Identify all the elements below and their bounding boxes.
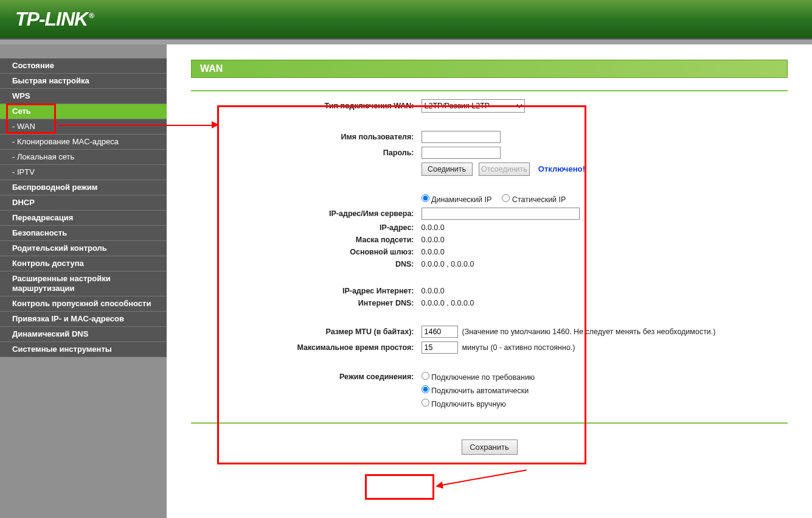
- content-area: WAN Тип подключения WAN: L2TP/Россия L2T…: [167, 44, 812, 518]
- sidebar-item-bandwidth[interactable]: Контроль пропускной способности: [0, 296, 167, 312]
- ip-addr-label: IP-адрес:: [260, 222, 418, 234]
- sidebar-item-wps[interactable]: WPS: [0, 89, 167, 104]
- sidebar-item-lan[interactable]: - Локальная сеть: [0, 150, 167, 165]
- server-ip-label: IP-адрес/Имя сервера:: [260, 206, 418, 222]
- password-input[interactable]: [422, 147, 501, 159]
- password-label: Пароль:: [260, 145, 418, 161]
- save-button[interactable]: Сохранить: [462, 439, 518, 455]
- wan-type-select[interactable]: L2TP/Россия L2TP: [422, 99, 525, 113]
- sidebar-item-iptv[interactable]: - IPTV: [0, 165, 167, 180]
- inet-dns-value: 0.0.0.0 , 0.0.0.0: [418, 297, 720, 309]
- connmode-manual-option[interactable]: Подключить вручную: [422, 400, 506, 408]
- connmode-auto-radio[interactable]: [422, 385, 429, 393]
- username-input[interactable]: [422, 131, 501, 143]
- sidebar-item-access-control[interactable]: Контроль доступа: [0, 256, 167, 271]
- connection-status: Отключено!: [538, 164, 585, 173]
- dns-label: DNS:: [260, 258, 418, 270]
- divider-bottom: [191, 422, 788, 424]
- sidebar-item-mac-clone[interactable]: - Клонирование MAC-адреса: [0, 135, 167, 150]
- main-layout: Состояние Быстрая настройка WPS Сеть - W…: [0, 40, 812, 518]
- mtu-hint: (Значение по умолчанию 1460. Не следует …: [462, 327, 715, 336]
- mtu-label: Размер MTU (в байтах):: [260, 324, 418, 340]
- idle-input[interactable]: [422, 341, 458, 354]
- sidebar: Состояние Быстрая настройка WPS Сеть - W…: [0, 44, 167, 518]
- save-row: Сохранить: [191, 430, 788, 455]
- inet-dns-label: Интернет DNS:: [260, 297, 418, 309]
- sidebar-item-advanced-routing[interactable]: Расширенные настройки маршрутизации: [0, 271, 167, 296]
- sidebar-item-dhcp[interactable]: DHCP: [0, 195, 167, 211]
- sidebar-item-system-tools[interactable]: Системные инструменты: [0, 342, 167, 357]
- gateway-value: 0.0.0.0: [418, 246, 720, 258]
- sidebar-item-network[interactable]: Сеть: [0, 104, 167, 119]
- sidebar-item-ip-mac-binding[interactable]: Привязка IP- и MAC-адресов: [0, 312, 167, 327]
- connmode-manual-radio[interactable]: [422, 399, 429, 407]
- inet-ip-label: IP-адрес Интернет:: [260, 285, 418, 297]
- connmode-auto-option[interactable]: Подключить автоматически: [422, 387, 529, 395]
- ip-addr-value: 0.0.0.0: [418, 222, 720, 234]
- page-title: WAN: [191, 60, 788, 78]
- idle-label: Максимальное время простоя:: [260, 340, 418, 355]
- username-label: Имя пользователя:: [260, 129, 418, 145]
- header: TP-LINK®: [0, 0, 812, 40]
- sidebar-item-ddns[interactable]: Динамический DNS: [0, 327, 167, 342]
- ipmode-static-option[interactable]: Статический IP: [502, 195, 566, 204]
- sidebar-item-wan[interactable]: - WAN: [0, 119, 167, 135]
- idle-hint: минуты (0 - активно постоянно.): [462, 343, 575, 352]
- connect-button[interactable]: Соединить: [422, 163, 473, 176]
- inet-ip-value: 0.0.0.0: [418, 285, 720, 297]
- sidebar-item-security[interactable]: Безопасность: [0, 226, 167, 241]
- connmode-demand-radio[interactable]: [422, 372, 429, 380]
- sidebar-item-forwarding[interactable]: Переадресация: [0, 211, 167, 226]
- connmode-demand-option[interactable]: Подключение по требованию: [422, 373, 535, 382]
- connmode-label: Режим соединения:: [260, 370, 418, 383]
- wan-form: Тип подключения WAN: L2TP/Россия L2TP Им…: [260, 97, 720, 410]
- subnet-value: 0.0.0.0: [418, 234, 720, 246]
- sidebar-item-wireless[interactable]: Беспроводной режим: [0, 180, 167, 195]
- divider-top: [191, 90, 788, 91]
- ipmode-dynamic-option[interactable]: Динамический IP: [422, 195, 492, 204]
- wan-type-label: Тип подключения WAN:: [260, 97, 418, 114]
- brand-logo: TP-LINK®: [15, 8, 94, 30]
- disconnect-button[interactable]: Отсоединить: [479, 163, 530, 176]
- dns-value: 0.0.0.0 , 0.0.0.0: [418, 258, 720, 270]
- mtu-input[interactable]: [422, 326, 458, 338]
- gateway-label: Основной шлюз:: [260, 246, 418, 258]
- sidebar-item-quick-setup[interactable]: Быстрая настройка: [0, 74, 167, 89]
- ipmode-static-radio[interactable]: [502, 194, 510, 202]
- sidebar-item-parental[interactable]: Родительский контроль: [0, 241, 167, 256]
- server-ip-input[interactable]: [422, 208, 580, 220]
- subnet-label: Маска подсети:: [260, 234, 418, 246]
- sidebar-item-status[interactable]: Состояние: [0, 58, 167, 74]
- ipmode-dynamic-radio[interactable]: [422, 194, 429, 202]
